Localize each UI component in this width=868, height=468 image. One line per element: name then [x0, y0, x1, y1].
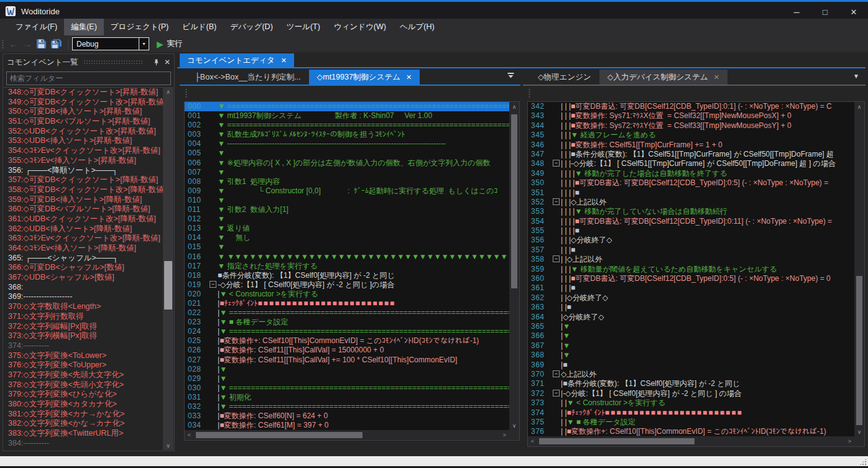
editor-tab[interactable]: ├Box<->Box__当たり判定制...: [187, 70, 309, 85]
editor-line[interactable]: 364|◇分岐終了◇: [528, 313, 854, 322]
editor-line[interactable]: 034|■変数操作: CSelf61[M] = 397 + 0: [185, 421, 509, 430]
editor-line[interactable]: 365|▼: [528, 322, 854, 331]
scroll-up-icon[interactable]: ∧: [509, 102, 519, 111]
editor-line[interactable]: 008▼ 引数1 処理内容: [185, 177, 509, 186]
editor-line[interactable]: 020|▼ < Constructor >を実行する: [185, 290, 509, 299]
editor-line[interactable]: 016▼ ▼▼▼▼▼▼▼▼▼▼▼▼▼▼▼▼▼▼▼▼▼▼▼▼▼▼▼▼▼▼▼▼▼▼▼…: [185, 252, 509, 262]
editor-line[interactable]: 367|▼: [528, 341, 854, 351]
common-event-item[interactable]: 376:◇文字列変換<ToUpper>: [4, 360, 163, 370]
toolstrip-grip[interactable]: [529, 88, 530, 98]
common-event-item[interactable]: 365: ┌───<シャッフル>───┐: [4, 254, 163, 264]
editor-line[interactable]: 370−◇上記以外: [528, 370, 854, 379]
close-button[interactable]: ✕: [839, 4, 868, 21]
tab-close-icon[interactable]: ✕: [406, 73, 412, 81]
editor-line[interactable]: 342| | |■可変DB書込: 可変DB[CSelf12[CDB_TypeID…: [528, 102, 854, 111]
editor-line[interactable]: 011▼ 引数2 数値入力[1]: [185, 205, 509, 214]
editor-vscrollbar[interactable]: ∧ ∨: [509, 102, 519, 430]
scroll-right-icon[interactable]: >: [845, 436, 854, 446]
tab-close-icon[interactable]: ✕: [281, 57, 287, 65]
editor-line[interactable]: 015▼: [185, 242, 509, 252]
resize-grip[interactable]: [859, 458, 867, 466]
common-event-item[interactable]: 380:◇文字列変換<カタカナ化>: [4, 400, 163, 410]
editor-line[interactable]: 351| | | |■: [528, 188, 854, 198]
menu-item[interactable]: 編集(E): [64, 19, 104, 35]
common-event-item[interactable]: 383:◇文字列変換<TwitterURL用>: [4, 429, 163, 439]
common-event-item[interactable]: 367:◇UDB<シャッフル>[数値]: [4, 273, 163, 283]
editor-line[interactable]: 360| | |■可変DB書込: 可変DB[CSelf12[CDB_TypeID…: [528, 274, 854, 283]
editor-line[interactable]: 012▼: [185, 214, 509, 224]
search-input[interactable]: [6, 71, 171, 85]
common-event-item[interactable]: 359:◇可変DB<挿入ソート>[降順-数値]: [4, 195, 163, 205]
common-event-item[interactable]: 368:: [4, 283, 163, 293]
common-event-item[interactable]: 352:◇UDB<クイックソート改>[昇順-数値]: [4, 127, 163, 137]
editor-line[interactable]: 354| | | |■可変DB書込: 可変DB[CSelf12[CDB_Type…: [528, 217, 854, 226]
hscrollbar-thumb[interactable]: [196, 432, 362, 438]
scroll-right-icon[interactable]: >: [500, 430, 509, 440]
run-play-icon[interactable]: ▶: [157, 39, 164, 49]
editor-line[interactable]: 001▼ mt19937制御システム 製作者 : K-Shin07 Ver 1.…: [185, 111, 509, 121]
editor-line[interactable]: 007▼: [185, 168, 509, 177]
run-button-label[interactable]: 実行: [167, 39, 183, 49]
editor-line[interactable]: 027|■変数操作: CSelf11[[This]CallVal] += 100…: [185, 356, 509, 365]
editor-line[interactable]: 368|▼: [528, 351, 854, 360]
editor-line[interactable]: 362| |◇分岐終了◇: [528, 293, 854, 303]
tab-close-icon[interactable]: ✕: [714, 73, 719, 81]
fold-collapse-icon[interactable]: −: [553, 198, 560, 205]
build-config-combobox[interactable]: Debug ▼: [72, 37, 149, 50]
editor-line[interactable]: 343| | |■変数操作: Sys71:ﾏｳｽX位置 = CSelf32[[T…: [528, 111, 854, 121]
editor-hscrollbar[interactable]: < >: [185, 430, 509, 440]
common-event-item[interactable]: 377:◇文字列変換<先頭大文字化>: [4, 370, 163, 380]
common-event-item[interactable]: 370:◇文字数取得<Length>: [4, 302, 163, 312]
editor-line[interactable]: 022|▼ ==================================…: [185, 308, 509, 318]
common-event-item[interactable]: 349:◇可変DB<クイックソート改>[昇順-数値]: [4, 98, 163, 108]
fold-collapse-icon[interactable]: −: [553, 390, 560, 397]
editor-line[interactable]: 345| | |▼ 経過フレームを進める: [528, 131, 854, 140]
common-event-item[interactable]: 351:◇可変DB<バブルソート>[昇順-数値]: [4, 117, 163, 127]
common-event-item[interactable]: 362:◇UDB<挿入ソート>[降順-数値]: [4, 224, 163, 234]
editor-line[interactable]: 358−| |◇上記以外: [528, 255, 854, 264]
editor-line[interactable]: 355| | | |■: [528, 226, 854, 236]
menu-item[interactable]: プロジェクト(P): [104, 19, 175, 35]
scroll-up-icon[interactable]: ∧: [854, 102, 864, 111]
maximize-button[interactable]: □: [811, 4, 839, 21]
editor-tab[interactable]: ◇入力デバイス制御システム✕: [599, 70, 727, 85]
editor-line[interactable]: 350| | | |■可変DB書込: 可変DB[CSelf12[CDB_Type…: [528, 178, 854, 188]
editor-line[interactable]: 363| |■: [528, 303, 854, 312]
editor-line[interactable]: 352−| | |◇上記以外: [528, 198, 854, 207]
editor-tab[interactable]: ◇mt19937制御システム✕: [309, 70, 420, 85]
common-event-item[interactable]: 378:◇文字列変換<先頭小文字化>: [4, 380, 163, 390]
editor-line[interactable]: 005▼: [185, 149, 509, 158]
editor-line[interactable]: 347| | |■条件分岐(変数): 【1】CSelf51[[Tmp]CurFr…: [528, 150, 854, 159]
tab-list-dropdown-icon[interactable]: [507, 73, 514, 80]
editor-hscrollbar[interactable]: < >: [528, 436, 854, 446]
editor-line[interactable]: 031|▼ 初期化: [185, 393, 509, 402]
editor-line[interactable]: 013▼ 返り値: [185, 224, 509, 233]
editor-line[interactable]: 002▼ ===================================…: [185, 121, 509, 130]
common-event-item[interactable]: 366:◇可変DB<シャッフル>[数値]: [4, 263, 163, 273]
hscrollbar-thumb[interactable]: [539, 438, 695, 444]
editor-line[interactable]: 033|■変数操作: CSelf60[N] = 624 + 0: [185, 411, 509, 421]
fold-collapse-icon[interactable]: −: [210, 281, 216, 288]
editor-line[interactable]: 359| | |▼ 移動量が閾値を超えているため自動移動をキャンセルする: [528, 265, 854, 274]
editor-line[interactable]: 366|▼: [528, 331, 854, 341]
menu-item[interactable]: デバッグ(D): [223, 19, 280, 35]
common-event-item[interactable]: 364:◇ｺﾓﾝEv<挿入ソート>[降順-数値]: [4, 244, 163, 254]
menu-item[interactable]: ツール(T): [280, 19, 327, 35]
scroll-down-icon[interactable]: ∨: [509, 421, 519, 430]
menu-item[interactable]: ヘルプ(H): [393, 19, 441, 35]
editor-line[interactable]: 006▼ ※処理内容の[ X , X ]の部分は左側が数値入力の個数、右側が文字…: [185, 158, 509, 168]
common-event-item[interactable]: 363:◇ｺﾓﾝEv<クイックソート改>[降順-数値]: [4, 234, 163, 244]
scroll-down-icon[interactable]: ∨: [163, 441, 173, 450]
code-editor[interactable]: 000▼ ===================================…: [184, 101, 520, 441]
editor-line[interactable]: 026|■変数操作: CSelf11[[This]CallVal] = 1500…: [185, 346, 509, 355]
common-event-item[interactable]: 357:◇可変DB<クイックソート>[降順-数値]: [4, 175, 163, 185]
editor-line[interactable]: 004▼ -----------------------------------…: [185, 139, 509, 149]
scroll-left-icon[interactable]: <: [185, 430, 194, 440]
editor-line[interactable]: 030|▼ ==================================…: [185, 383, 509, 393]
common-event-item[interactable]: 355:◇ｺﾓﾝEv<挿入ソート>[昇順-数値]: [4, 156, 163, 166]
common-event-item[interactable]: 384:----------: [4, 439, 163, 449]
scroll-left-icon[interactable]: <: [528, 436, 537, 446]
common-event-item[interactable]: 358:◇可変DB<クイックソート改>[降順-数値]: [4, 185, 163, 195]
editor-line[interactable]: 369|■: [528, 360, 854, 370]
common-event-item[interactable]: 356: ┌───<降順ソート>───┐: [4, 166, 163, 176]
